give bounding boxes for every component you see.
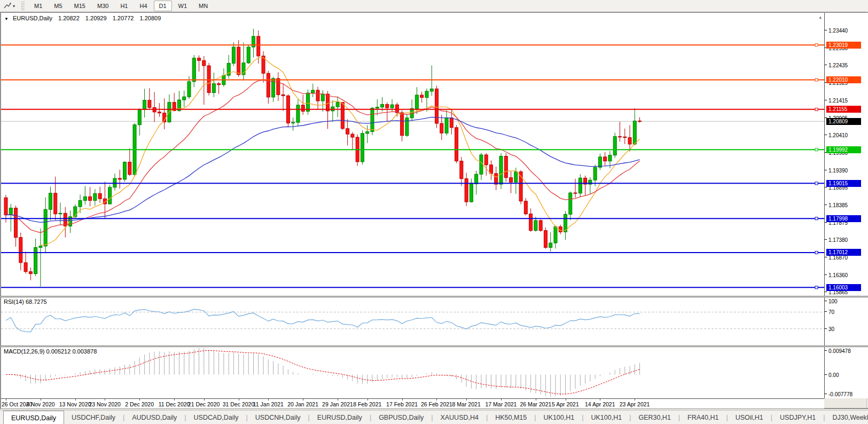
- macd-label: MACD(12,26,9) 0.005212 0.003878: [4, 348, 97, 355]
- candle-body: [187, 82, 191, 97]
- scroll-to-top-icon[interactable]: ▴: [819, 14, 822, 20]
- hline-handle[interactable]: [815, 182, 818, 185]
- candle-body: [138, 109, 141, 124]
- tab-uk100-h1[interactable]: UK100,H1: [583, 411, 629, 424]
- price-low: 1.20772: [113, 15, 134, 21]
- candle-body: [544, 231, 547, 248]
- candle-body: [534, 221, 537, 231]
- candle-body: [49, 193, 52, 209]
- date-tick-label: 8 Feb 2021: [353, 401, 381, 407]
- price-tick-label: 1.21415: [828, 98, 848, 104]
- candle-body: [420, 95, 424, 98]
- hline-price-label: 1.19015: [826, 180, 861, 187]
- candle-body: [89, 197, 92, 200]
- symbol-dropdown-icon[interactable]: ▼: [4, 17, 9, 21]
- tab-usdjpy-h1[interactable]: USDJPY,H1: [772, 411, 823, 424]
- tab-xauusd-h4[interactable]: XAUUSD,H4: [433, 411, 486, 424]
- candle-body: [34, 247, 37, 273]
- candle-body: [4, 198, 7, 215]
- hline-handle[interactable]: [815, 286, 818, 289]
- date-tick-label: 11 Jan 2021: [253, 401, 284, 407]
- price-tick: 1.18385: [825, 202, 848, 208]
- tab-ger30-h1[interactable]: GER30,H1: [631, 411, 678, 424]
- candle-body: [247, 47, 250, 63]
- candle-body: [604, 157, 607, 161]
- date-tick-label: 17 Mar 2021: [486, 401, 517, 407]
- macd-canvas[interactable]: [1, 347, 824, 398]
- hline-handle[interactable]: [815, 251, 818, 254]
- tab-gbpusd-daily[interactable]: GBPUSD,Daily: [371, 411, 431, 424]
- timeframe-button-d1[interactable]: D1: [154, 1, 172, 11]
- timeframe-button-m5[interactable]: M5: [49, 1, 67, 11]
- hline-handle[interactable]: [815, 44, 818, 46]
- candle-body: [19, 238, 22, 263]
- main-chart-pane[interactable]: ▼ EURUSD,Daily 1.20822 1.20929 1.20772 1…: [1, 13, 824, 296]
- timeframe-button-m15[interactable]: M15: [69, 1, 91, 11]
- hline-handle[interactable]: [815, 148, 818, 151]
- main-price-axis[interactable]: 1.234401.229301.224351.219251.214151.209…: [824, 13, 868, 296]
- candle-body: [633, 121, 636, 144]
- tab-audusd-daily[interactable]: AUDUSD,Daily: [124, 411, 184, 424]
- tab-fra40-h1[interactable]: FRA40,H1: [680, 411, 726, 424]
- mt4-application: ▾ M1M5M15M30H1H4D1W1MN ▼ EURUSD,Daily 1.…: [0, 0, 868, 424]
- candle-body: [351, 134, 354, 137]
- tab-usdchf-daily[interactable]: USDCHF,Daily: [64, 411, 123, 424]
- date-tick-mark: [436, 399, 437, 401]
- tab-hk50-m15[interactable]: HK50,M15: [488, 411, 534, 424]
- macd-pane[interactable]: MACD(12,26,9) 0.005212 0.003878: [1, 347, 824, 398]
- macd-axis[interactable]: 0.0094780.00-0.007778: [824, 347, 868, 398]
- tab-eurusd-daily[interactable]: EURUSD,Daily: [3, 411, 64, 424]
- timeframe-button-w1[interactable]: W1: [173, 1, 193, 11]
- hline-handle[interactable]: [815, 217, 818, 220]
- tab-usdcnh-daily[interactable]: USDCNH,Daily: [248, 411, 308, 424]
- rsi-canvas[interactable]: [1, 297, 824, 346]
- candle-body: [539, 221, 542, 231]
- tab-dj30-weekly[interactable]: DJ30,Weekly: [825, 411, 868, 424]
- price-tick-label: 1.22435: [828, 62, 848, 68]
- toolbar-grip[interactable]: [21, 2, 25, 10]
- timeframe-button-h1[interactable]: H1: [115, 1, 133, 11]
- candle-body: [598, 157, 601, 167]
- rsi-label: RSI(14) 68.7275: [4, 299, 47, 305]
- candle-body: [108, 187, 112, 204]
- tab-uk100-h1[interactable]: UK100,H1: [536, 411, 582, 424]
- main-chart-canvas[interactable]: [1, 13, 824, 296]
- price-tick-label: 1.23440: [828, 28, 848, 34]
- price-high: 1.20929: [85, 15, 107, 21]
- macd-signal-line: [6, 350, 640, 394]
- timeframe-button-h4[interactable]: H4: [134, 1, 152, 11]
- date-tick-label: 21 Dec 2020: [188, 401, 220, 407]
- rsi-pane[interactable]: RSI(14) 68.7275: [1, 297, 824, 346]
- date-tick-mark: [501, 399, 502, 401]
- tab-usoil-h1[interactable]: USOil,H1: [728, 411, 771, 424]
- date-tick-label: 5 Apr 2021: [552, 401, 579, 407]
- candle-body: [499, 156, 503, 184]
- timeframe-button-m1[interactable]: M1: [29, 1, 48, 11]
- tab-eurusd-daily[interactable]: EURUSD,Daily: [310, 411, 370, 424]
- date-axis[interactable]: 26 Oct 20204 Nov 202013 Nov 202023 Nov 2…: [1, 398, 824, 409]
- candle-body: [638, 121, 642, 121]
- hline-price-label: 1.17012: [826, 249, 861, 256]
- candle-body: [480, 155, 483, 174]
- price-open: 1.20822: [58, 15, 80, 21]
- timeframe-button-m30[interactable]: M30: [92, 1, 114, 11]
- dropdown-caret-icon[interactable]: ▾: [13, 4, 15, 9]
- tab-usdcad-daily[interactable]: USDCAD,Daily: [186, 411, 246, 424]
- date-tick-mark: [566, 399, 566, 401]
- candle-body: [128, 162, 131, 175]
- rsi-axis[interactable]: 1007030: [824, 297, 868, 346]
- candle-body: [93, 193, 97, 200]
- candle-body: [306, 93, 309, 111]
- date-tick-label: 23 Nov 2020: [89, 401, 121, 407]
- date-tick-label: 17 Feb 2021: [386, 401, 418, 407]
- timeframe-button-mn[interactable]: MN: [193, 1, 213, 11]
- chart-title: ▼ EURUSD,Daily 1.20822 1.20929 1.20772 1…: [4, 15, 165, 21]
- candle-body: [504, 156, 507, 178]
- candle-body: [618, 137, 621, 137]
- drawing-tool-button[interactable]: ▾: [2, 2, 16, 10]
- hline-handle[interactable]: [815, 108, 818, 111]
- price-tick-label: 1.17380: [828, 237, 848, 243]
- candle-body: [59, 213, 62, 214]
- candle-body: [336, 103, 339, 107]
- hline-handle[interactable]: [815, 78, 818, 81]
